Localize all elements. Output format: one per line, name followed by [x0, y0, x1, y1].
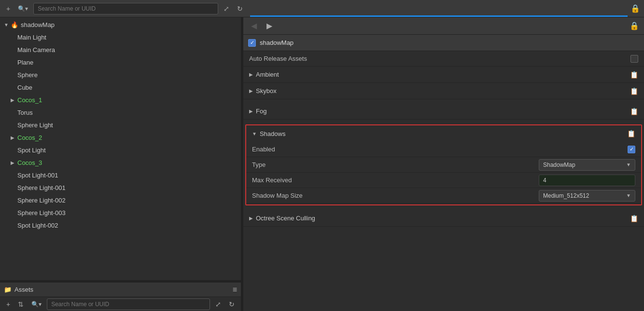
tree-item-label: Sphere Light-002	[17, 197, 66, 204]
octree-section-title: Octree Scene Culling	[256, 215, 315, 222]
tree-item-label: Sphere Light	[17, 122, 53, 129]
shadows-max-received-row: Max Received	[246, 173, 641, 188]
left-panel: ▼ 🔥 shadowMap Main Light Main Camera Pla…	[0, 17, 241, 311]
skybox-section-header[interactable]: ▶ Skybox 📋	[243, 83, 644, 99]
assets-add-button[interactable]: +	[4, 299, 13, 309]
tree-item-label: Main Camera	[17, 46, 55, 54]
tree-item-label: Torus	[17, 109, 33, 116]
skybox-section-title: Skybox	[256, 87, 277, 95]
tree-item-label: Cocos_1	[17, 96, 42, 104]
assets-bar: 📁 Assets ≡	[0, 282, 241, 297]
search-toggle-button[interactable]: 🔍▾	[15, 4, 30, 13]
assets-expand-button[interactable]: ⤢	[213, 299, 224, 309]
tree-root-arrow: ▼	[4, 22, 11, 27]
list-item[interactable]: Spot Light-001	[0, 169, 241, 181]
add-button[interactable]: +	[4, 4, 13, 14]
shadows-max-received-input[interactable]	[539, 175, 635, 186]
refresh-button[interactable]: ↻	[235, 4, 245, 14]
list-item[interactable]: Cube	[0, 81, 241, 94]
shadows-map-size-label: Shadow Map Size	[252, 192, 349, 199]
assets-menu-button[interactable]: ≡	[233, 285, 237, 294]
assets-search-button[interactable]: 🔍▾	[29, 300, 44, 309]
tree-item-label: Sphere Light-003	[17, 209, 66, 216]
properties-panel: ✓ shadowMap Auto Release Assets ▶ Ambien…	[243, 35, 644, 311]
assets-search-input[interactable]	[47, 298, 210, 310]
ambient-section-title: Ambient	[256, 71, 279, 78]
list-item[interactable]: ▶ Cocos_2	[0, 131, 241, 144]
shadows-map-size-selected: Medium_512x512	[543, 192, 589, 199]
assets-sort-button[interactable]: ⇅	[15, 299, 26, 309]
tree-item-label: Sphere Light-001	[17, 184, 66, 191]
nav-forward-button[interactable]: ▶	[264, 20, 275, 31]
tree-item-label: Sphere	[17, 71, 38, 79]
shadows-map-size-select[interactable]: Medium_512x512 ▼	[539, 190, 635, 202]
bottom-toolbar: + ⇅ 🔍▾ ⤢ ↻	[0, 297, 241, 311]
expand-button[interactable]: ⤢	[221, 4, 232, 14]
shadows-max-received-value	[349, 175, 635, 186]
shadows-copy-icon[interactable]: 📋	[627, 130, 635, 137]
list-item[interactable]: Main Camera	[0, 43, 241, 56]
tree-item-label: Main Light	[17, 34, 46, 41]
shadows-type-value: ShadowMap ▼	[349, 159, 635, 171]
fog-section-header[interactable]: ▶ Fog 📋	[243, 103, 644, 120]
list-item[interactable]: Sphere Light	[0, 119, 241, 131]
ambient-copy-icon[interactable]: 📋	[630, 71, 638, 79]
assets-refresh-button[interactable]: ↻	[226, 299, 237, 309]
dropdown-arrow-icon: ▼	[626, 162, 631, 167]
shadows-type-select[interactable]: ShadowMap ▼	[539, 159, 635, 171]
scene-enabled-checkbox[interactable]: ✓	[248, 39, 256, 47]
scene-search-input[interactable]	[33, 3, 218, 14]
spacer	[243, 99, 644, 103]
list-item[interactable]: Sphere	[0, 68, 241, 81]
tree-root-icon: 🔥	[11, 21, 18, 28]
spacer	[243, 206, 644, 210]
skybox-arrow-icon: ▶	[249, 88, 253, 94]
tree-item-label: Spot Light-001	[17, 172, 58, 179]
tree-item-label: Plane	[17, 59, 33, 66]
list-item[interactable]: ▶ Cocos_3	[0, 156, 241, 169]
list-item[interactable]: Sphere Light-001	[0, 181, 241, 194]
skybox-copy-icon[interactable]: 📋	[630, 87, 638, 95]
lock-icon: 🔒	[630, 4, 640, 13]
shadows-section-header[interactable]: ▼ Shadows 📋	[246, 125, 641, 142]
octree-arrow-icon: ▶	[249, 216, 253, 221]
ambient-arrow-icon: ▶	[249, 72, 253, 77]
shadows-enabled-checkbox[interactable]: ✓	[628, 146, 635, 153]
list-item[interactable]: Sphere Light-003	[0, 206, 241, 219]
auto-release-label: Auto Release Assets	[249, 55, 346, 62]
shadows-section: ▼ Shadows 📋 Enabled ✓ Type	[245, 124, 642, 205]
list-item[interactable]: Main Light	[0, 31, 241, 43]
shadows-enabled-label: Enabled	[252, 146, 349, 153]
tree-root-item[interactable]: ▼ 🔥 shadowMap	[0, 18, 241, 31]
shadows-type-selected: ShadowMap	[543, 162, 575, 168]
shadows-type-row: Type ShadowMap ▼	[246, 157, 641, 173]
nav-back-button[interactable]: ◀	[248, 20, 260, 31]
fog-arrow-icon: ▶	[249, 108, 253, 114]
list-item[interactable]: Plane	[0, 56, 241, 68]
main-layout: ▼ 🔥 shadowMap Main Light Main Camera Pla…	[0, 17, 644, 311]
ambient-section-header[interactable]: ▶ Ambient 📋	[243, 67, 644, 83]
shadows-type-label: Type	[252, 161, 349, 168]
list-item[interactable]: Spot Light-002	[0, 219, 241, 231]
list-item[interactable]: ▶ Cocos_1	[0, 94, 241, 106]
shadows-max-received-label: Max Received	[252, 176, 349, 184]
fog-section-title: Fog	[256, 108, 266, 115]
tree-arrow: ▶	[11, 97, 17, 103]
octree-copy-icon[interactable]: 📋	[630, 215, 638, 222]
tree-arrow: ▶	[11, 160, 17, 165]
shadows-enabled-value: ✓	[349, 146, 635, 153]
tree-root-label: shadowMap	[21, 21, 55, 28]
list-item[interactable]: Spot Light	[0, 144, 241, 156]
list-item[interactable]: Sphere Light-002	[0, 194, 241, 206]
folder-icon: 📁	[4, 286, 12, 293]
fog-copy-icon[interactable]: 📋	[630, 108, 638, 115]
auto-release-value	[346, 55, 638, 63]
shadows-arrow-icon: ▼	[252, 131, 257, 136]
octree-section-header[interactable]: ▶ Octree Scene Culling 📋	[243, 210, 644, 227]
scene-tree: ▼ 🔥 shadowMap Main Light Main Camera Pla…	[0, 17, 241, 280]
spacer	[243, 120, 644, 123]
tree-item-label: Cocos_3	[17, 159, 42, 166]
list-item[interactable]: Torus	[0, 106, 241, 119]
shadows-content: Enabled ✓ Type ShadowMap ▼	[246, 142, 641, 204]
auto-release-checkbox[interactable]	[630, 55, 638, 63]
